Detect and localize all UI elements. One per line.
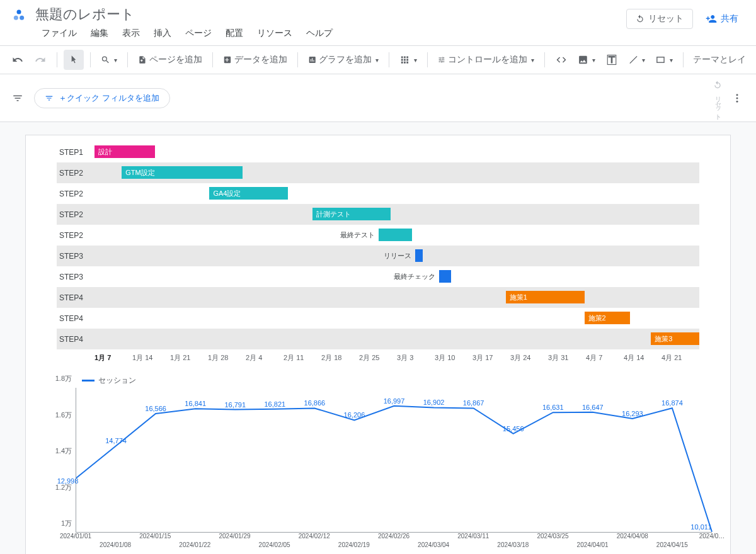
undo-icon	[713, 81, 722, 89]
cursor-icon	[69, 55, 79, 65]
zoom-tool[interactable]: ▾	[97, 50, 121, 70]
person-add-icon	[706, 13, 717, 25]
gantt-row: STEP4施策3	[57, 329, 699, 349]
gantt-bar[interactable]: 設計	[94, 145, 155, 158]
gantt-bar[interactable]: 最終チェック	[439, 270, 451, 283]
redo-icon	[35, 54, 46, 65]
gantt-bar[interactable]: 施策2	[585, 312, 630, 324]
x-axis-tick: 2024/02/05	[259, 541, 290, 548]
svg-point-6	[736, 94, 738, 96]
menu-item-5[interactable]: 配置	[219, 25, 249, 42]
gantt-axis-tick: 1月 14	[132, 353, 170, 363]
add-page-button[interactable]: ページを追加	[134, 50, 206, 70]
rectangle-icon	[655, 54, 666, 65]
filter-bar: ＋クイック フィルタを追加 リセット	[0, 74, 756, 122]
gantt-axis-tick: 4月 7	[586, 353, 624, 363]
code-icon	[556, 54, 567, 65]
gantt-step-label: STEP4	[57, 335, 94, 344]
x-axis-tick: 2024/01/08	[100, 541, 131, 548]
svg-point-1	[14, 16, 18, 20]
gantt-axis-tick: 3月 3	[397, 353, 435, 363]
gantt-bar[interactable]: 施策3	[651, 332, 699, 345]
gantt-bar[interactable]: リリース	[415, 249, 423, 262]
gantt-axis-tick: 3月 31	[548, 353, 586, 363]
add-control-button[interactable]: コントロールを追加▾	[434, 50, 538, 70]
apps-icon	[399, 54, 410, 65]
text-button[interactable]	[602, 50, 622, 70]
gantt-axis-tick: 1月 28	[208, 353, 246, 363]
tune-icon	[438, 54, 445, 65]
select-tool[interactable]	[64, 50, 84, 70]
magnifier-icon	[101, 55, 110, 65]
svg-point-7	[736, 97, 738, 99]
gantt-axis-tick: 2月 18	[321, 353, 359, 363]
x-axis-tick: 2024/01/29	[219, 533, 250, 540]
embed-button[interactable]	[551, 50, 571, 70]
menu-item-1[interactable]: 編集	[84, 25, 115, 42]
undo-icon	[12, 54, 23, 65]
line-button[interactable]: ▾	[624, 50, 650, 70]
gantt-step-label: STEP4	[57, 293, 94, 302]
menu-item-3[interactable]: 挿入	[147, 25, 178, 42]
menu-item-0[interactable]: ファイル	[35, 25, 83, 42]
shape-button[interactable]: ▾	[651, 50, 677, 70]
doc-title[interactable]: 無題のレポート	[35, 5, 626, 24]
gantt-axis-tick: 3月 24	[510, 353, 548, 363]
gantt-step-label: STEP3	[57, 273, 94, 281]
x-axis-tick: 2024/0…	[699, 533, 725, 540]
x-axis-tick: 2024/04/01	[577, 541, 609, 548]
line-chart[interactable]: セッション12,99814,77416,56616,84116,79116,82…	[44, 375, 712, 551]
x-axis-tick: 2024/02/26	[378, 533, 410, 540]
x-axis-tick: 2024/03/04	[418, 541, 449, 548]
undo-button[interactable]	[8, 50, 28, 70]
add-data-icon	[223, 54, 232, 65]
gantt-step-label: STEP2	[57, 189, 94, 198]
share-button[interactable]: 共有	[698, 9, 746, 28]
x-axis-tick: 2024/03/11	[457, 533, 489, 540]
menu-item-4[interactable]: ページ	[179, 25, 218, 42]
gantt-bar[interactable]: GTM設定	[122, 166, 243, 179]
report-canvas[interactable]: STEP1設計STEP2GTM設定STEP2GA4設定STEP2計測テストSTE…	[0, 122, 756, 554]
x-axis-tick: 2024/02/19	[338, 541, 370, 548]
more-vert-icon	[731, 93, 743, 104]
menu-item-6[interactable]: リソース	[251, 25, 299, 42]
svg-point-2	[20, 16, 24, 20]
reset-small-button[interactable]: リセット	[713, 81, 722, 115]
filter-icon[interactable]	[9, 89, 26, 107]
gantt-bar[interactable]: 計測テスト	[312, 208, 391, 220]
menu-item-7[interactable]: ヘルプ	[300, 25, 339, 42]
gantt-row: STEP3最終チェック	[57, 266, 699, 287]
report-page: STEP1設計STEP2GTM設定STEP2GA4設定STEP2計測テストSTE…	[25, 135, 731, 554]
gantt-axis-tick: 2月 25	[359, 353, 397, 363]
theme-layout-button[interactable]: テーマとレイ	[690, 50, 748, 70]
gantt-bar[interactable]: GA4設定	[209, 187, 288, 200]
x-axis-tick: 2024/03/25	[537, 533, 568, 540]
image-button[interactable]: ▾	[574, 50, 599, 70]
x-axis-tick: 2024/04/08	[617, 533, 648, 540]
gantt-row: STEP2GTM設定	[57, 162, 699, 183]
x-axis-tick: 2024/01/01	[60, 533, 91, 540]
gantt-axis-tick: 2月 4	[246, 353, 284, 363]
add-data-button[interactable]: データを追加	[219, 50, 291, 70]
reset-button[interactable]: リセット	[626, 9, 693, 29]
undo-icon	[636, 14, 644, 23]
add-chart-button[interactable]: グラフを追加▾	[304, 50, 382, 70]
chart-plot-area: 12,99814,77416,56616,84116,79116,82116,8…	[76, 388, 712, 533]
y-axis-tick: 1.6万	[55, 410, 72, 419]
chart-icon	[308, 54, 316, 65]
menu-item-2[interactable]: 表示	[116, 25, 146, 42]
community-viz-button[interactable]: ▾	[396, 50, 421, 70]
line-icon	[628, 54, 639, 65]
gantt-bar[interactable]: 施策1	[506, 291, 585, 303]
gantt-bar[interactable]: 最終テスト	[379, 229, 412, 241]
quick-filter-button[interactable]: ＋クイック フィルタを追加	[34, 88, 170, 108]
redo-button[interactable]	[30, 50, 50, 70]
looker-studio-logo	[10, 8, 28, 25]
gantt-axis-tick: 4月 21	[662, 353, 699, 363]
gantt-step-label: STEP1	[57, 148, 94, 157]
more-menu[interactable]	[727, 88, 747, 108]
chart-legend: セッション	[82, 375, 136, 386]
gantt-chart[interactable]: STEP1設計STEP2GTM設定STEP2GA4設定STEP2計測テストSTE…	[57, 142, 699, 363]
gantt-axis-tick: 1月 7	[94, 353, 132, 363]
gantt-row: STEP1設計	[57, 142, 699, 162]
